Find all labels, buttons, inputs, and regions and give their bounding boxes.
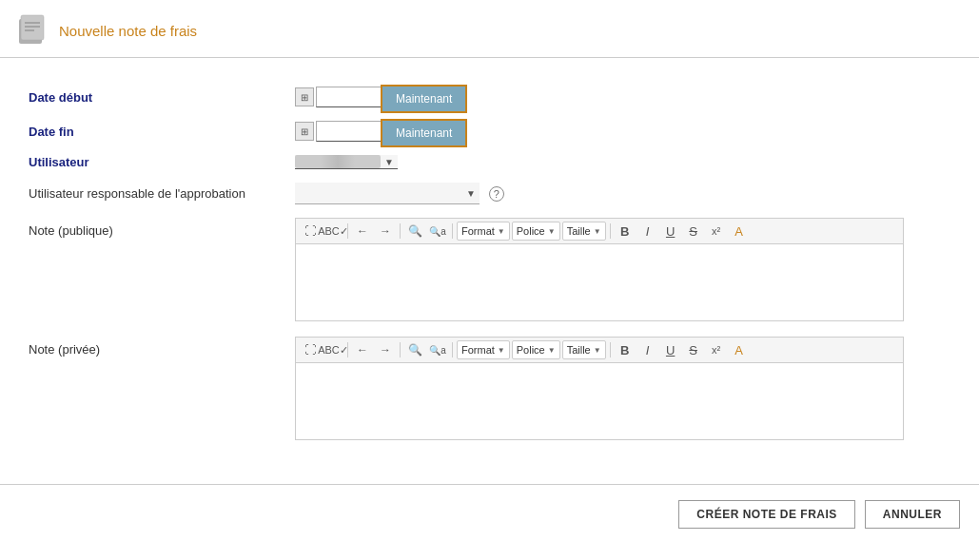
toolbar-search-btn[interactable]: 🔍 [404,222,425,241]
utilisateur-approval-row: Utilisateur responsable de l'approbation… [29,183,950,204]
toolbar2-taille-label: Taille [567,344,591,356]
utilisateur-approval-arrow[interactable]: ▼ [466,188,480,199]
toolbar2-police-label: Police [517,344,545,356]
toolbar2-findreplace-btn[interactable]: 🔍a [427,340,448,359]
create-button[interactable]: CRÉER NOTE DE FRAIS [678,500,855,529]
utilisateur-label: Utilisateur [29,155,295,169]
toolbar2-bold-btn[interactable]: B [615,340,636,359]
toolbar-findreplace-btn[interactable]: 🔍a [427,222,448,241]
toolbar2-format-arrow: ▼ [498,346,505,355]
note-publique-body[interactable] [296,244,903,320]
toolbar2-sep-3 [452,342,453,357]
toolbar-italic-btn[interactable]: I [637,222,658,241]
note-publique-editor-wrap: ⛶ ABC✓ ← → 🔍 🔍a Format [295,218,904,321]
date-debut-control: ⊞ Maintenant [295,87,950,107]
toolbar2-redo-btn[interactable]: → [375,340,396,359]
note-privee-editor-wrap: ⛶ ABC✓ ← → 🔍 🔍a Format ▼ Police [295,337,904,440]
toolbar-sep-4 [610,223,611,239]
date-debut-cal-btn[interactable]: ⊞ [295,87,314,106]
toolbar2-sup-btn[interactable]: x² [706,340,727,359]
utilisateur-approval-control: ▼ ? [295,183,950,204]
toolbar2-color-btn[interactable]: A [729,340,750,359]
utilisateur-select-wrap[interactable]: ▼ [295,155,398,169]
note-publique-toolbar: ⛶ ABC✓ ← → 🔍 🔍a Format [296,219,903,244]
toolbar-sup-btn[interactable]: x² [706,222,727,241]
toolbar2-police-dropdown[interactable]: Police ▼ [512,340,560,359]
toolbar2-taille-dropdown[interactable]: Taille ▼ [562,340,606,359]
toolbar2-italic-btn[interactable]: I [637,340,658,359]
note-privee-toolbar: ⛶ ABC✓ ← → 🔍 🔍a Format ▼ Police [296,338,903,363]
toolbar-taille-dropdown[interactable]: Taille ▼ [562,222,606,241]
toolbar-bold-btn[interactable]: B [615,222,636,241]
note-privee-row: Note (privée) ⛶ ABC✓ ← → 🔍 🔍a Format [29,337,950,440]
toolbar-taille-label: Taille [567,225,591,237]
top-divider [0,57,979,58]
toolbar-spell-btn[interactable]: ABC✓ [323,222,343,241]
help-icon[interactable]: ? [489,186,504,202]
note-privee-editor: ⛶ ABC✓ ← → 🔍 🔍a Format ▼ Police [295,337,904,440]
maintenant-fin-popup[interactable]: Maintenant [381,119,467,147]
toolbar-undo-btn[interactable]: ← [352,222,373,241]
toolbar-format-arrow: ▼ [498,227,505,236]
toolbar-taille-arrow: ▼ [594,227,601,236]
toolbar-police-dropdown[interactable]: Police ▼ [512,222,560,241]
toolbar-format-label: Format [461,225,495,237]
toolbar2-format-dropdown[interactable]: Format ▼ [457,340,510,359]
utilisateur-row: Utilisateur ▼ [29,155,950,169]
toolbar2-police-arrow: ▼ [548,346,556,355]
note-publique-editor: ⛶ ABC✓ ← → 🔍 🔍a Format [295,218,904,321]
cancel-button[interactable]: ANNULER [865,500,960,529]
toolbar-format-dropdown[interactable]: Format ▼ [457,222,510,241]
page-header: Nouvelle note de frais [0,0,979,57]
date-debut-label: Date début [29,90,295,105]
date-fin-control: ⊞ Maintenant [295,121,950,142]
toolbar2-underline-btn[interactable]: U [660,340,681,359]
form-area: Date début ⊞ Maintenant Date fin ⊞ Maint… [0,77,979,465]
maintenant-debut-popup[interactable]: Maintenant [381,85,467,113]
toolbar-sep-3 [452,223,453,239]
toolbar-sep-1 [347,223,348,239]
toolbar-strike-btn[interactable]: S [683,222,704,241]
footer-area: CRÉER NOTE DE FRAIS ANNULER [0,485,979,544]
note-publique-row: Note (publique) ⛶ ABC✓ ← → 🔍 � [29,218,950,321]
utilisateur-approval-label: Utilisateur responsable de l'approbation [29,186,295,201]
toolbar2-search-btn[interactable]: 🔍 [404,340,425,359]
toolbar2-spell-btn[interactable]: ABC✓ [323,340,343,359]
utilisateur-approval-select-wrap[interactable]: ▼ [295,183,480,204]
page-title: Nouvelle note de frais [59,23,197,39]
svg-rect-1 [21,15,44,40]
toolbar2-undo-btn[interactable]: ← [352,340,373,359]
toolbar2-taille-arrow: ▼ [594,346,601,355]
toolbar2-sep-4 [610,342,611,357]
note-privee-label: Note (privée) [29,337,295,357]
toolbar-sep-2 [400,223,401,239]
date-debut-row: Date début ⊞ Maintenant [29,87,950,107]
toolbar2-strike-btn[interactable]: S [683,340,704,359]
note-frais-icon [15,13,49,48]
date-fin-row: Date fin ⊞ Maintenant [29,121,950,142]
note-privee-body[interactable] [296,363,903,439]
toolbar2-format-label: Format [461,344,495,356]
note-publique-label: Note (publique) [29,218,295,238]
toolbar-redo-btn[interactable]: → [375,222,396,241]
date-fin-cal-btn[interactable]: ⊞ [295,122,314,141]
toolbar2-sep-2 [400,342,401,357]
utilisateur-approval-select[interactable] [295,183,466,203]
toolbar-color-btn[interactable]: A [729,222,750,241]
utilisateur-arrow[interactable]: ▼ [384,157,398,167]
toolbar-police-arrow: ▼ [548,227,556,236]
utilisateur-control: ▼ [295,155,950,169]
date-fin-label: Date fin [29,125,295,139]
toolbar-underline-btn[interactable]: U [660,222,681,241]
toolbar2-sep-1 [347,342,348,357]
user-avatar [295,155,381,168]
toolbar-police-label: Police [517,225,545,237]
